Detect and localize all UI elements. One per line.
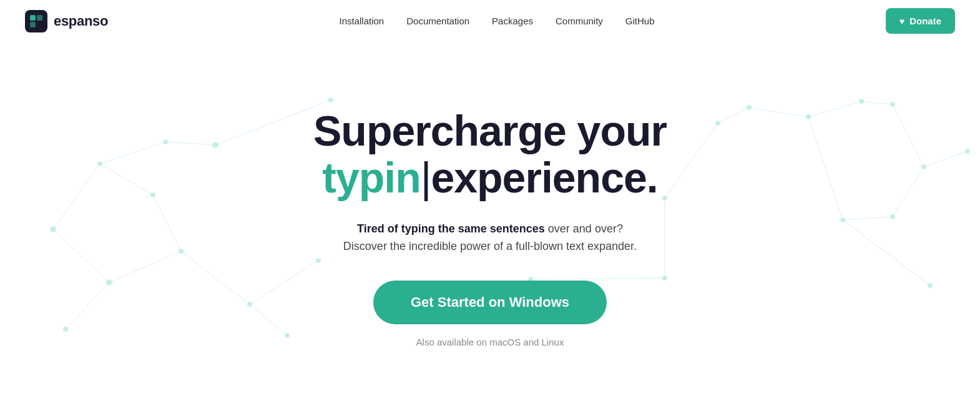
svg-point-4	[50, 226, 56, 232]
svg-line-16	[53, 164, 100, 229]
svg-point-35	[890, 214, 895, 219]
hero-typing-text: typin	[322, 154, 420, 201]
svg-line-45	[861, 101, 893, 104]
svg-point-5	[97, 161, 102, 166]
svg-line-20	[153, 195, 181, 251]
logo-area[interactable]: espanso	[25, 10, 108, 32]
svg-point-30	[747, 105, 752, 110]
svg-line-42	[718, 107, 749, 123]
nav-community[interactable]: Community	[556, 16, 603, 26]
svg-line-17	[100, 142, 165, 164]
hero-subtitle: Tired of typing the same sentences over …	[313, 220, 667, 256]
svg-point-7	[212, 142, 218, 148]
svg-point-36	[921, 164, 926, 169]
svg-line-23	[53, 229, 109, 282]
svg-point-32	[859, 99, 864, 104]
svg-line-19	[100, 164, 153, 195]
hero-title-line1: Supercharge your	[313, 107, 667, 154]
svg-point-10	[106, 279, 112, 286]
svg-rect-1	[37, 15, 42, 21]
svg-line-48	[843, 217, 893, 220]
available-text: Also available on macOS and Linux	[313, 337, 667, 347]
svg-line-49	[893, 167, 924, 217]
svg-point-31	[806, 114, 811, 119]
svg-line-50	[843, 220, 930, 286]
svg-point-6	[163, 139, 168, 144]
svg-line-26	[250, 261, 318, 304]
nav-packages[interactable]: Packages	[492, 16, 533, 26]
svg-line-21	[109, 251, 181, 282]
svg-point-9	[179, 249, 184, 254]
svg-line-53	[808, 117, 843, 220]
hero-section: Supercharge your typin|experience. Tired…	[0, 42, 980, 413]
logo-icon	[25, 10, 47, 32]
svg-line-47	[924, 151, 968, 167]
svg-point-33	[890, 102, 895, 107]
cta-button[interactable]: Get Started on Windows	[373, 281, 607, 324]
nav-documentation[interactable]: Documentation	[406, 16, 469, 26]
logo-text: espanso	[54, 13, 108, 29]
site-header: espanso Installation Documentation Packa…	[0, 0, 980, 42]
donate-button[interactable]: ♥ Donate	[886, 8, 955, 34]
heart-icon: ♥	[899, 16, 904, 26]
cta-container: Get Started on Windows	[313, 281, 667, 337]
svg-rect-0	[30, 15, 36, 21]
svg-point-29	[715, 121, 720, 126]
nav-installation[interactable]: Installation	[339, 16, 384, 26]
svg-point-15	[285, 333, 290, 338]
svg-point-34	[840, 217, 845, 222]
svg-point-13	[328, 97, 333, 102]
svg-line-52	[665, 123, 718, 198]
hero-content: Supercharge your typin|experience. Tired…	[313, 107, 667, 347]
hero-subtitle-bold: Tired of typing the same sentences	[357, 222, 545, 235]
hero-title-rest: experience.	[431, 154, 657, 201]
nav-github[interactable]: GitHub	[625, 16, 655, 26]
svg-point-11	[63, 327, 68, 332]
svg-line-43	[749, 107, 808, 117]
svg-rect-3	[37, 22, 42, 27]
svg-line-46	[893, 104, 924, 167]
svg-point-8	[150, 192, 155, 197]
svg-line-22	[66, 282, 109, 329]
hero-cursor: |	[421, 154, 431, 201]
main-nav: Installation Documentation Packages Comm…	[339, 16, 654, 26]
svg-line-44	[808, 101, 861, 117]
svg-rect-2	[30, 22, 36, 27]
svg-point-12	[247, 302, 252, 307]
svg-point-38	[928, 283, 933, 288]
svg-point-37	[965, 149, 970, 154]
svg-line-24	[181, 251, 250, 304]
hero-title: Supercharge your typin|experience.	[313, 107, 667, 201]
svg-line-18	[165, 142, 215, 145]
svg-line-27	[250, 304, 287, 336]
